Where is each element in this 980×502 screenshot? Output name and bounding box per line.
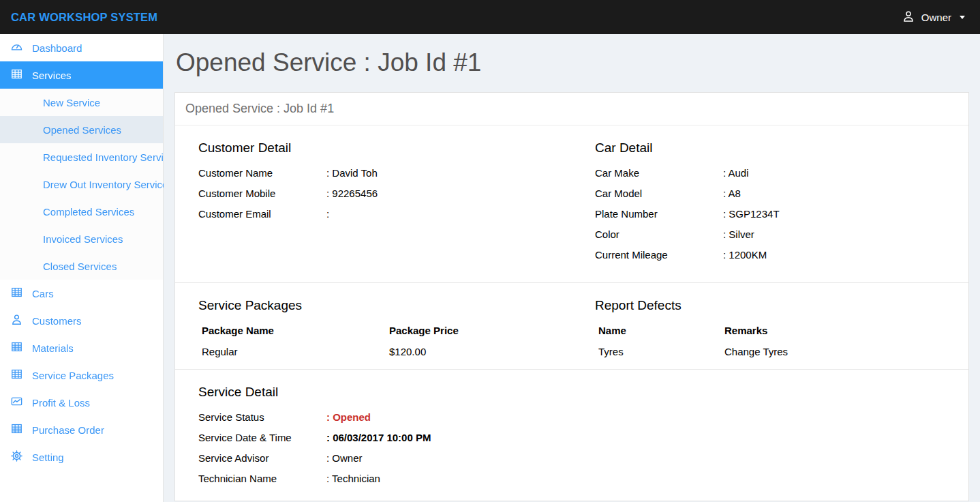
field-label: Customer Email xyxy=(198,209,326,219)
sidebar-item-cars[interactable]: Cars xyxy=(0,280,163,307)
service-detail-section: Service Detail Service Status : Opened S… xyxy=(175,370,968,501)
field-value: : 06/03/2017 10:00 PM xyxy=(326,432,431,443)
sidebar-item-label: Invoiced Services xyxy=(43,233,123,245)
services-submenu: New Service Opened Services Requested In… xyxy=(0,89,163,280)
sidebar-item-setting[interactable]: Setting xyxy=(0,443,163,471)
table-icon xyxy=(10,368,23,383)
user-dropdown[interactable]: Owner xyxy=(902,10,965,25)
customer-detail: Customer Detail Customer Name : David To… xyxy=(175,135,572,270)
sidebar-item-label: Drew Out Inventory Services xyxy=(43,179,173,190)
sidebar-item-dashboard[interactable]: Dashboard xyxy=(0,34,163,61)
column-header: Remarks xyxy=(724,325,767,336)
detail-row: Customer Name : David Toh xyxy=(198,168,549,178)
sidebar-item-opened-services[interactable]: Opened Services xyxy=(0,116,163,143)
report-defects-title: Report Defects xyxy=(595,298,945,313)
sidebar-item-label: Dashboard xyxy=(32,42,82,54)
sidebar-item-label: Requested Inventory Services xyxy=(43,151,179,163)
defect-name: Tyres xyxy=(598,346,724,357)
field-label: Customer Name xyxy=(198,168,326,178)
field-label: Car Make xyxy=(595,168,723,178)
field-value: : SGP1234T xyxy=(723,209,780,219)
packages-defects-section: Service Packages Package Name Package Pr… xyxy=(175,283,968,370)
field-label: Customer Mobile xyxy=(198,188,326,198)
service-panel: Opened Service : Job Id #1 Customer Deta… xyxy=(174,92,969,501)
customer-detail-title: Customer Detail xyxy=(198,141,549,156)
detail-row: Technician Name : Technician xyxy=(198,473,549,484)
field-value: : Audi xyxy=(723,168,749,178)
sidebar-item-label: New Service xyxy=(43,97,100,108)
service-detail: Service Detail Service Status : Opened S… xyxy=(175,379,572,494)
table-icon xyxy=(10,340,23,355)
sidebar-item-materials[interactable]: Materials xyxy=(0,334,163,361)
field-label: Service Advisor xyxy=(198,453,326,463)
chart-icon xyxy=(10,395,23,410)
column-header: Package Name xyxy=(202,325,389,336)
customer-car-section: Customer Detail Customer Name : David To… xyxy=(175,126,968,283)
column-header: Name xyxy=(598,325,724,336)
column-header: Package Price xyxy=(389,325,459,336)
detail-row: Current Mileage : 1200KM xyxy=(595,250,945,260)
report-defects: Report Defects Name Remarks Tyres Change… xyxy=(572,293,968,357)
car-detail: Car Detail Car Make : Audi Car Model : A… xyxy=(572,135,968,270)
defect-remarks: Change Tyres xyxy=(724,346,788,357)
table-row: Regular $120.00 xyxy=(202,346,549,357)
sidebar-item-label: Customers xyxy=(32,315,82,327)
table-icon xyxy=(10,286,23,301)
service-packages-table: Package Name Package Price Regular $120.… xyxy=(198,325,549,357)
service-packages: Service Packages Package Name Package Pr… xyxy=(175,293,572,357)
main-content: Opened Service : Job Id #1 Opened Servic… xyxy=(164,34,980,502)
field-label: Plate Number xyxy=(595,209,723,219)
package-name: Regular xyxy=(202,346,389,357)
detail-row: Customer Mobile : 92265456 xyxy=(198,188,549,198)
sidebar-item-customers[interactable]: Customers xyxy=(0,307,163,334)
sidebar-item-label: Closed Services xyxy=(43,261,117,272)
sidebar-item-label: Profit & Loss xyxy=(32,397,90,409)
field-label: Service Date & Time xyxy=(198,432,326,443)
gear-icon xyxy=(10,449,23,464)
sidebar: Dashboard Services New Service Opened Se… xyxy=(0,34,164,502)
table-icon xyxy=(10,68,23,83)
sidebar-item-requested-inventory-services[interactable]: Requested Inventory Services xyxy=(0,143,163,171)
sidebar-item-purchase-order[interactable]: Purchase Order xyxy=(0,416,163,443)
service-packages-title: Service Packages xyxy=(198,298,549,313)
sidebar-item-profit-loss[interactable]: Profit & Loss xyxy=(0,389,163,416)
field-value: : Silver xyxy=(723,229,754,239)
field-value: : 1200KM xyxy=(723,250,767,260)
sidebar-item-label: Purchase Order xyxy=(32,424,104,436)
table-header-row: Name Remarks xyxy=(598,325,945,336)
field-label: Service Status xyxy=(198,412,326,422)
field-value: : A8 xyxy=(723,188,741,198)
user-dropdown-label: Owner xyxy=(921,12,951,23)
service-detail-title: Service Detail xyxy=(198,385,549,400)
status-badge: : Opened xyxy=(326,412,371,422)
sidebar-item-completed-services[interactable]: Completed Services xyxy=(0,198,163,225)
field-value: : David Toh xyxy=(326,168,378,178)
sidebar-item-invoiced-services[interactable]: Invoiced Services xyxy=(0,225,163,252)
sidebar-item-drew-out-inventory-services[interactable]: Drew Out Inventory Services xyxy=(0,171,163,198)
sidebar-item-services[interactable]: Services xyxy=(0,61,163,89)
sidebar-item-label: Setting xyxy=(32,452,64,463)
caret-down-icon xyxy=(960,16,965,19)
field-value: : Owner xyxy=(326,453,363,463)
sidebar-item-new-service[interactable]: New Service xyxy=(0,89,163,116)
sidebar-item-service-packages[interactable]: Service Packages xyxy=(0,361,163,389)
field-value: : Technician xyxy=(326,473,380,484)
field-value: : 92265456 xyxy=(326,188,378,198)
sidebar-item-closed-services[interactable]: Closed Services xyxy=(0,252,163,280)
field-label: Current Mileage xyxy=(595,250,723,260)
detail-row: Car Make : Audi xyxy=(595,168,945,178)
sidebar-item-label: Service Packages xyxy=(32,370,114,381)
sidebar-item-label: Services xyxy=(32,70,72,81)
detail-row: Color : Silver xyxy=(595,229,945,239)
detail-row: Car Model : A8 xyxy=(595,188,945,198)
detail-row: Service Advisor : Owner xyxy=(198,453,549,463)
page-title: Opened Service : Job Id #1 xyxy=(176,48,969,77)
top-navbar: CAR WORKSHOP SYSTEM Owner xyxy=(0,0,980,34)
app-brand[interactable]: CAR WORKSHOP SYSTEM xyxy=(11,11,157,24)
detail-row: Service Date & Time : 06/03/2017 10:00 P… xyxy=(198,432,549,443)
sidebar-item-label: Opened Services xyxy=(43,124,121,136)
sidebar-item-label: Materials xyxy=(32,342,74,354)
car-detail-title: Car Detail xyxy=(595,141,945,156)
detail-row: Plate Number : SGP1234T xyxy=(595,209,945,219)
sidebar-item-label: Completed Services xyxy=(43,206,134,218)
